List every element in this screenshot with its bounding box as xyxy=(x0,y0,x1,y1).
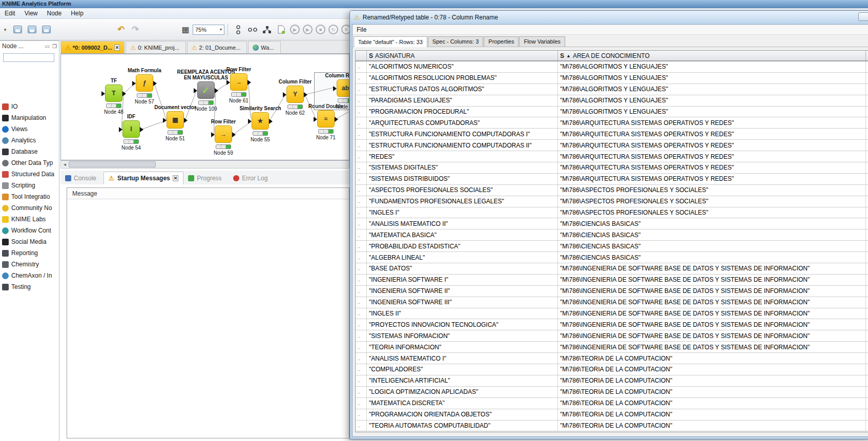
cell-area-conocimiento[interactable]: "M\786\ALGORITMOS Y LENGUAJES" xyxy=(558,61,866,72)
cell-area-conocimiento[interactable]: "M\786\TEORIA DE LA COMPUTACION" xyxy=(558,398,866,409)
table-row[interactable]: .. "INGLES II" "M\786\INGENIERIA DE SOFT… xyxy=(356,308,868,320)
node-category-item[interactable]: ChemAxon / In xyxy=(0,270,59,281)
cell-area-conocimiento[interactable]: "M\786\INGENIERIA DE SOFTWARE BASE DE DA… xyxy=(558,297,866,308)
maximize-panel-icon[interactable]: ❐ xyxy=(52,44,57,49)
cell-asignatura[interactable]: "LOGICA OPTIMIZACION APLICADAS" xyxy=(367,387,558,397)
workflow-tab[interactable]: ⚠ *0: 009002_D... ✕ xyxy=(60,41,125,53)
cell-area-conocimiento[interactable]: "M\786\TEORIA DE LA COMPUTACION" xyxy=(558,421,866,431)
cell-asignatura[interactable]: "TEORIA INFORMACION" xyxy=(367,342,558,352)
cell-asignatura[interactable]: "PROBABILIDAD ESTADISTICA" xyxy=(367,241,558,251)
cell-asignatura[interactable]: "ESTRUCTURA FUNCIONAMIENTO COMPUTADORAS … xyxy=(367,140,558,151)
table-row[interactable]: .. "FUNDAMENTOS PROFESIONALES LEGALES" "… xyxy=(356,196,868,207)
table-row[interactable]: .. "ARQUITECTURAS COMPUTADORAS" "M\786\A… xyxy=(356,117,868,129)
cell-asignatura[interactable]: "ARQUITECTURAS COMPUTADORAS" xyxy=(367,117,558,128)
cell-area-conocimiento[interactable]: "M\786\TEORIA DE LA COMPUTACION" xyxy=(558,375,866,386)
column-header-area[interactable]: S ▲ AREA DE CONOCIMIENTO xyxy=(558,51,866,60)
table-row[interactable]: .. "PARADIGMAS LENGUAJES" "M\786\ALGORIT… xyxy=(356,95,868,107)
save-all-button[interactable] xyxy=(40,24,52,36)
node-icon[interactable]: ƒ xyxy=(136,74,153,92)
table-row[interactable]: .. "PROBABILIDAD ESTADISTICA" "M\786\CIE… xyxy=(356,241,868,252)
cell-area-conocimiento[interactable]: "M\786\CIENCIAS BASICAS" xyxy=(558,229,866,240)
workflow-node[interactable]: Row Filter → Node 61 xyxy=(208,67,270,103)
cell-asignatura[interactable]: "INGLES II" xyxy=(367,308,558,319)
node-category-item[interactable]: Scripting xyxy=(0,180,59,191)
dialog-menu-item[interactable]: File xyxy=(353,26,370,34)
node-category-item[interactable]: Social Media xyxy=(0,236,59,247)
cell-asignatura[interactable]: "REDES" xyxy=(367,151,558,162)
node-category-item[interactable]: Chemistry xyxy=(0,259,59,270)
dialog-tab[interactable]: Spec - Columns: 3 xyxy=(428,36,483,47)
node-category-item[interactable]: Views xyxy=(0,123,59,135)
table-row[interactable]: .. "TEORIA AUTOMATAS COMPUTABILIDAD" "M\… xyxy=(356,421,868,432)
node-category-item[interactable]: Tool Integratio xyxy=(0,191,59,202)
table-row[interactable]: .. "MATEMATICA BASICA" "M\786\CIENCIAS B… xyxy=(356,229,868,241)
cell-asignatura[interactable]: "SISTEMAS INFORMACION" xyxy=(367,330,558,341)
save-button[interactable] xyxy=(11,24,24,36)
cell-asignatura[interactable]: "PROYECTOS INNOVACION TECNOLOGICA" xyxy=(367,319,558,330)
cell-asignatura[interactable]: "PROGRAMACION ORIENTADA OBJETOS" xyxy=(367,409,558,420)
cell-area-conocimiento[interactable]: "M\786\INGENIERIA DE SOFTWARE BASE DE DA… xyxy=(558,342,866,352)
table-row[interactable]: .. "INGLES I" "M\786\ASPECTOS PROFESIONA… xyxy=(356,207,868,219)
cell-asignatura[interactable]: "INTELIGENCIA ARTIFICIAL" xyxy=(367,375,558,386)
auto-layout-icon[interactable] xyxy=(232,24,244,36)
cell-area-conocimiento[interactable]: "M\786\ALGORITMOS Y LENGUAJES" xyxy=(558,95,866,106)
cell-asignatura[interactable]: "INGLES I" xyxy=(367,207,558,218)
cell-area-conocimiento[interactable]: "M\786\ARQUITECTURA SISTEMAS OPERATIVOS … xyxy=(558,140,866,151)
execute-button[interactable]: ▶ xyxy=(290,25,300,34)
cell-area-conocimiento[interactable]: "M\786\ARQUITECTURA SISTEMAS OPERATIVOS … xyxy=(558,151,866,162)
cell-area-conocimiento[interactable]: "M\786\INGENIERIA DE SOFTWARE BASE DE DA… xyxy=(558,319,866,330)
table-row[interactable]: .. "ESTRUCTURA FUNCIONAMIENTO COMPUTADOR… xyxy=(356,129,868,140)
node-search-input[interactable] xyxy=(3,53,54,62)
node-icon[interactable]: → xyxy=(230,73,247,91)
cell-area-conocimiento[interactable]: "M\786\INGENIERIA DE SOFTWARE BASE DE DA… xyxy=(558,275,866,285)
cell-area-conocimiento[interactable]: "M\786\ARQUITECTURA SISTEMAS OPERATIVOS … xyxy=(558,162,866,173)
cell-area-conocimiento[interactable]: "M\786\ARQUITECTURA SISTEMAS OPERATIVOS … xyxy=(558,117,866,128)
table-row[interactable]: .. "ALGORITMOS NUMERICOS" "M\786\ALGORIT… xyxy=(356,61,868,73)
cell-area-conocimiento[interactable]: "M\786\TEORIA DE LA COMPUTACION" xyxy=(558,387,866,397)
menu-item[interactable]: Edit xyxy=(0,9,20,18)
zoom-fit-icon[interactable]: ▦ xyxy=(179,24,192,36)
cell-asignatura[interactable]: "TEORIA AUTOMATAS COMPUTABILIDAD" xyxy=(367,421,558,431)
cell-area-conocimiento[interactable]: "M\786\CIENCIAS BASICAS" xyxy=(558,252,866,263)
scroll-left-icon[interactable]: ◄ xyxy=(61,162,69,167)
cell-asignatura[interactable]: "PROGRAMACION PROCEDURAL" xyxy=(367,107,558,117)
cell-asignatura[interactable]: "MATEMATICA DISCRETA" xyxy=(367,398,558,409)
zoom-level-select[interactable]: 75% ▾ xyxy=(193,25,224,35)
dialog-tab[interactable]: Properties xyxy=(484,36,519,47)
cell-area-conocimiento[interactable]: "M\786\ALGORITMOS Y LENGUAJES" xyxy=(558,73,866,83)
table-row[interactable]: .. "PROGRAMACION PROCEDURAL" "M\786\ALGO… xyxy=(356,107,868,118)
node-category-item[interactable]: Database xyxy=(0,146,59,157)
cell-asignatura[interactable]: "INGENIERIA SOFTWARE III" xyxy=(367,297,558,308)
cell-asignatura[interactable]: "PARADIGMAS LENGUAJES" xyxy=(367,95,558,106)
cell-area-conocimiento[interactable]: "M\786\ASPECTOS PROFESIONALES Y SOCIALES… xyxy=(558,207,866,218)
table-row[interactable]: .. "ASPECTOS PROFESIONALES SOCIALES" "M\… xyxy=(356,185,868,196)
cell-asignatura[interactable]: "ANALISIS MATEMATICO I" xyxy=(367,353,558,364)
cell-area-conocimiento[interactable]: "M\786\TEORIA DE LA COMPUTACION" xyxy=(558,353,866,364)
console-tab[interactable]: Console xyxy=(60,172,104,184)
column-header-asignatura[interactable]: S ASIGNATURA xyxy=(367,51,558,60)
table-row[interactable]: .. "ANALISIS MATEMATICO II" "M\786\CIENC… xyxy=(356,218,868,229)
workflow-node[interactable]: Math Formula ƒ Node 57 xyxy=(114,68,175,104)
node-category-item[interactable]: Testing xyxy=(0,281,59,292)
cell-asignatura[interactable]: "SISTEMAS DISTRIBUIDOS" xyxy=(367,174,558,184)
cell-asignatura[interactable]: "ESTRUCTURA FUNCIONAMIENTO COMPUTADORAS … xyxy=(367,129,558,139)
node-category-item[interactable]: Analytics xyxy=(0,135,59,146)
table-row[interactable]: .. "INTELIGENCIA ARTIFICIAL" "M\786\TEOR… xyxy=(356,375,868,387)
workflow-node[interactable]: Column Rename ab Node 78 xyxy=(315,73,349,110)
dialog-title-bar[interactable]: ⚠ Renamed/Retyped table - 0:78 - Column … xyxy=(350,11,868,24)
cell-area-conocimiento[interactable]: "M\786\INGENIERIA DE SOFTWARE BASE DE DA… xyxy=(558,263,866,274)
table-row[interactable]: .. "TEORIA INFORMACION" "M\786\INGENIERI… xyxy=(356,342,868,353)
table-row[interactable]: .. "ALGORITMOS RESOLUCION PROBLEMAS" "M\… xyxy=(356,73,868,84)
cell-asignatura[interactable]: "ALGEBRA LINEAL" xyxy=(367,252,558,263)
cell-area-conocimiento[interactable]: "M\786\ALGORITMOS Y LENGUAJES" xyxy=(558,107,866,117)
table-row[interactable]: .. "SISTEMAS DISTRIBUIDOS" "M\786\ARQUIT… xyxy=(356,174,868,185)
console-tab[interactable]: ⚠ Startup Messages ✕ xyxy=(104,172,183,184)
console-tab[interactable]: Progress xyxy=(183,172,229,184)
dialog-tab[interactable]: Table "default" - Rows: 33 xyxy=(354,36,427,47)
table-row[interactable]: .. "PROYECTOS INNOVACION TECNOLOGICA" "M… xyxy=(356,319,868,330)
dialog-close-button[interactable] xyxy=(858,12,868,21)
cell-asignatura[interactable]: "SISTEMAS DIGITALES" xyxy=(367,162,558,173)
cell-asignatura[interactable]: "ASPECTOS PROFESIONALES SOCIALES" xyxy=(367,185,558,196)
redo-button[interactable]: ↷ xyxy=(129,24,141,36)
table-row[interactable]: .. "LOGICA OPTIMIZACION APLICADAS" "M\78… xyxy=(356,387,868,398)
